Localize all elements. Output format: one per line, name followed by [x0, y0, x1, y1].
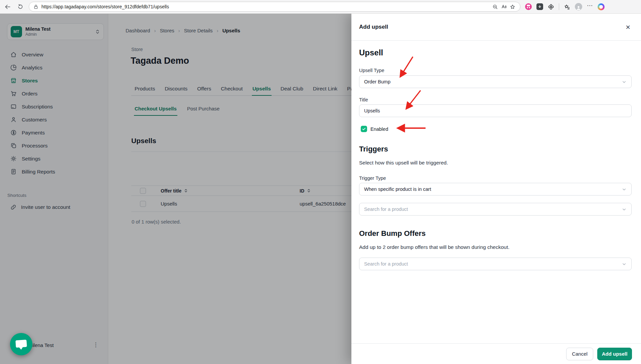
upsell-type-value: Order Bump	[364, 79, 390, 84]
trigger-type-label: Trigger Type	[359, 175, 386, 181]
back-button[interactable]	[3, 2, 13, 12]
favorite-star-icon[interactable]	[508, 2, 517, 11]
product-search-placeholder: Search for a product	[364, 261, 408, 267]
product-search-placeholder: Search for a product	[364, 207, 408, 212]
refresh-button[interactable]	[15, 2, 25, 12]
triggers-heading: Triggers	[359, 145, 388, 153]
drawer-title: Add upsell	[359, 24, 388, 30]
drawer-footer: Cancel Add upsell	[351, 343, 641, 364]
annotation-arrow-upsell-type	[400, 57, 413, 76]
add-upsell-button[interactable]: Add upsell	[597, 348, 632, 360]
title-field-wrap	[359, 104, 632, 117]
arrow-left-icon	[5, 4, 11, 10]
upsell-section-heading: Upsell	[359, 48, 383, 57]
chat-bubble-icon	[15, 340, 27, 348]
browser-profile-avatar[interactable]	[575, 3, 582, 10]
order-bump-offers-heading: Order Bump Offers	[359, 229, 426, 238]
trigger-type-value: When specific product is in cart	[364, 187, 431, 192]
pink-extension-icon[interactable]	[525, 3, 532, 10]
cancel-button[interactable]: Cancel	[566, 348, 593, 360]
zoom-out-icon[interactable]	[491, 2, 499, 11]
read-aloud-icon[interactable]	[499, 2, 508, 11]
chevron-down-icon	[622, 262, 627, 267]
trigger-type-select[interactable]: When specific product is in cart	[359, 183, 632, 196]
address-bar[interactable]	[29, 2, 520, 12]
title-input[interactable]	[364, 108, 627, 113]
trigger-product-select[interactable]: Search for a product	[359, 203, 632, 216]
url-input[interactable]	[41, 4, 491, 9]
triggers-description: Select how this upsell will be triggered…	[359, 160, 448, 166]
order-bump-product-select[interactable]: Search for a product	[359, 258, 632, 270]
chevron-down-icon	[622, 187, 627, 192]
checked-checkbox-icon[interactable]	[361, 126, 367, 132]
title-label: Title	[359, 97, 368, 102]
dark-extension-icon[interactable]	[536, 3, 543, 10]
chevron-down-icon	[622, 79, 627, 84]
chevron-down-icon	[622, 207, 627, 212]
enabled-label: Enabled	[370, 126, 388, 132]
add-upsell-drawer: Add upsell ✕ Upsell Upsell Type Order Bu…	[351, 14, 641, 364]
chat-launcher-button[interactable]	[10, 333, 32, 355]
close-icon[interactable]: ✕	[623, 23, 633, 32]
upsell-type-select[interactable]: Order Bump	[359, 75, 632, 88]
enabled-checkbox-row[interactable]: Enabled	[361, 126, 388, 132]
upsell-type-label: Upsell Type	[359, 68, 384, 73]
favorites-hub-icon[interactable]	[564, 4, 570, 10]
shapes-extension-icon[interactable]	[548, 4, 554, 10]
browser-menu-icon[interactable]: ⋯	[587, 4, 593, 9]
refresh-icon	[17, 4, 23, 10]
toolbar-divider	[559, 3, 559, 10]
order-bump-offers-description: Add up to 2 order bump offers that will …	[359, 244, 509, 250]
extensions-area: ⋯	[525, 3, 609, 10]
app-window: MT Milena Test Admin Overview Analytics …	[0, 14, 641, 364]
copilot-icon[interactable]	[598, 3, 605, 10]
site-info-lock-icon[interactable]	[33, 4, 38, 9]
browser-toolbar: ⋯	[0, 0, 641, 14]
drawer-header: Add upsell ✕	[351, 14, 641, 41]
